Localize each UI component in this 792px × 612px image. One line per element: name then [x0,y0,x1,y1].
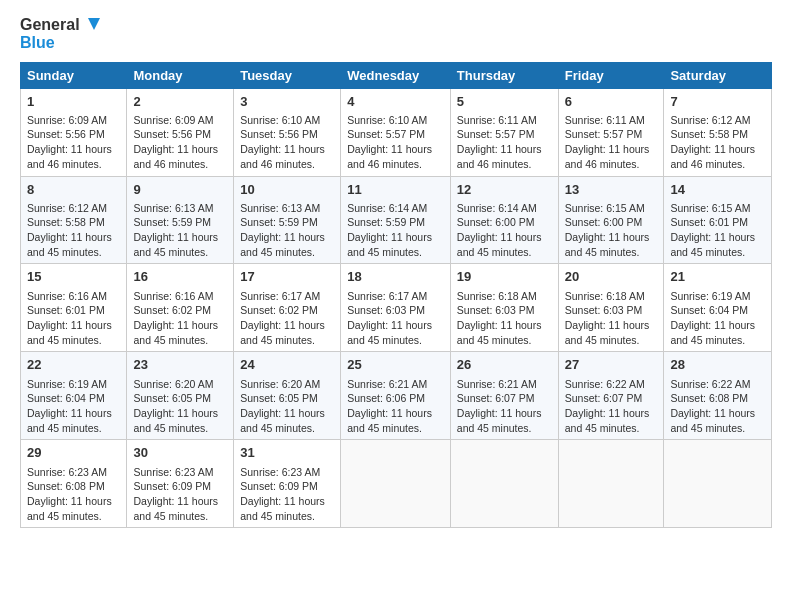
sunset-line: Sunset: 6:02 PM [240,304,318,316]
calendar-cell: 24Sunrise: 6:20 AMSunset: 6:05 PMDayligh… [234,352,341,440]
calendar-cell: 8Sunrise: 6:12 AMSunset: 5:58 PMDaylight… [21,176,127,264]
sunset-line: Sunset: 6:04 PM [670,304,748,316]
day-number: 3 [240,93,334,111]
daylight-line: Daylight: 11 hours and 45 minutes. [133,231,218,258]
daylight-line: Daylight: 11 hours and 46 minutes. [347,143,432,170]
sunset-line: Sunset: 6:05 PM [133,392,211,404]
col-header-monday: Monday [127,62,234,88]
calendar-cell [341,440,451,528]
daylight-line: Daylight: 11 hours and 45 minutes. [347,231,432,258]
calendar-cell: 10Sunrise: 6:13 AMSunset: 5:59 PMDayligh… [234,176,341,264]
sunset-line: Sunset: 6:05 PM [240,392,318,404]
sunset-line: Sunset: 5:57 PM [457,128,535,140]
day-number: 1 [27,93,120,111]
daylight-line: Daylight: 11 hours and 46 minutes. [133,143,218,170]
col-header-wednesday: Wednesday [341,62,451,88]
day-number: 31 [240,444,334,462]
day-number: 19 [457,268,552,286]
logo: General Blue [20,16,100,52]
day-number: 2 [133,93,227,111]
day-number: 7 [670,93,765,111]
sunrise-line: Sunrise: 6:23 AM [240,466,320,478]
calendar-cell: 21Sunrise: 6:19 AMSunset: 6:04 PMDayligh… [664,264,772,352]
day-number: 20 [565,268,658,286]
sunrise-line: Sunrise: 6:14 AM [347,202,427,214]
sunset-line: Sunset: 5:58 PM [670,128,748,140]
day-number: 15 [27,268,120,286]
sunset-line: Sunset: 6:09 PM [133,480,211,492]
calendar-cell: 28Sunrise: 6:22 AMSunset: 6:08 PMDayligh… [664,352,772,440]
calendar-cell: 20Sunrise: 6:18 AMSunset: 6:03 PMDayligh… [558,264,664,352]
day-number: 25 [347,356,444,374]
calendar-cell: 14Sunrise: 6:15 AMSunset: 6:01 PMDayligh… [664,176,772,264]
daylight-line: Daylight: 11 hours and 45 minutes. [457,407,542,434]
daylight-line: Daylight: 11 hours and 45 minutes. [670,407,755,434]
sunrise-line: Sunrise: 6:09 AM [133,114,213,126]
week-row-3: 15Sunrise: 6:16 AMSunset: 6:01 PMDayligh… [21,264,772,352]
col-header-sunday: Sunday [21,62,127,88]
page: General Blue SundayMondayTuesdayWednesda… [0,0,792,612]
sunrise-line: Sunrise: 6:16 AM [133,290,213,302]
daylight-line: Daylight: 11 hours and 45 minutes. [565,319,650,346]
week-row-4: 22Sunrise: 6:19 AMSunset: 6:04 PMDayligh… [21,352,772,440]
calendar-cell [558,440,664,528]
sunset-line: Sunset: 6:01 PM [27,304,105,316]
sunrise-line: Sunrise: 6:10 AM [240,114,320,126]
day-number: 18 [347,268,444,286]
daylight-line: Daylight: 11 hours and 45 minutes. [347,407,432,434]
sunrise-line: Sunrise: 6:22 AM [670,378,750,390]
calendar-cell: 30Sunrise: 6:23 AMSunset: 6:09 PMDayligh… [127,440,234,528]
day-number: 17 [240,268,334,286]
calendar-cell: 5Sunrise: 6:11 AMSunset: 5:57 PMDaylight… [450,88,558,176]
daylight-line: Daylight: 11 hours and 45 minutes. [240,231,325,258]
sunset-line: Sunset: 6:08 PM [27,480,105,492]
sunrise-line: Sunrise: 6:13 AM [240,202,320,214]
calendar-table: SundayMondayTuesdayWednesdayThursdayFrid… [20,62,772,529]
sunset-line: Sunset: 6:03 PM [565,304,643,316]
calendar-cell: 26Sunrise: 6:21 AMSunset: 6:07 PMDayligh… [450,352,558,440]
col-header-thursday: Thursday [450,62,558,88]
daylight-line: Daylight: 11 hours and 45 minutes. [457,319,542,346]
week-row-5: 29Sunrise: 6:23 AMSunset: 6:08 PMDayligh… [21,440,772,528]
sunrise-line: Sunrise: 6:12 AM [670,114,750,126]
daylight-line: Daylight: 11 hours and 45 minutes. [457,231,542,258]
calendar-cell: 25Sunrise: 6:21 AMSunset: 6:06 PMDayligh… [341,352,451,440]
day-number: 11 [347,181,444,199]
daylight-line: Daylight: 11 hours and 46 minutes. [240,143,325,170]
day-number: 5 [457,93,552,111]
calendar-cell: 23Sunrise: 6:20 AMSunset: 6:05 PMDayligh… [127,352,234,440]
sunset-line: Sunset: 6:00 PM [457,216,535,228]
daylight-line: Daylight: 11 hours and 45 minutes. [670,319,755,346]
daylight-line: Daylight: 11 hours and 46 minutes. [670,143,755,170]
sunrise-line: Sunrise: 6:21 AM [457,378,537,390]
calendar-cell: 18Sunrise: 6:17 AMSunset: 6:03 PMDayligh… [341,264,451,352]
daylight-line: Daylight: 11 hours and 45 minutes. [565,407,650,434]
sunrise-line: Sunrise: 6:15 AM [565,202,645,214]
sunset-line: Sunset: 5:59 PM [347,216,425,228]
sunrise-line: Sunrise: 6:22 AM [565,378,645,390]
day-number: 30 [133,444,227,462]
day-number: 8 [27,181,120,199]
week-row-1: 1Sunrise: 6:09 AMSunset: 5:56 PMDaylight… [21,88,772,176]
daylight-line: Daylight: 11 hours and 45 minutes. [670,231,755,258]
daylight-line: Daylight: 11 hours and 45 minutes. [27,495,112,522]
day-number: 4 [347,93,444,111]
calendar-cell [450,440,558,528]
sunset-line: Sunset: 6:02 PM [133,304,211,316]
daylight-line: Daylight: 11 hours and 45 minutes. [347,319,432,346]
sunrise-line: Sunrise: 6:12 AM [27,202,107,214]
sunset-line: Sunset: 5:57 PM [565,128,643,140]
sunrise-line: Sunrise: 6:14 AM [457,202,537,214]
daylight-line: Daylight: 11 hours and 45 minutes. [27,407,112,434]
daylight-line: Daylight: 11 hours and 45 minutes. [133,495,218,522]
day-number: 13 [565,181,658,199]
daylight-line: Daylight: 11 hours and 45 minutes. [565,231,650,258]
sunset-line: Sunset: 5:56 PM [27,128,105,140]
day-number: 9 [133,181,227,199]
sunrise-line: Sunrise: 6:11 AM [457,114,537,126]
calendar-cell: 16Sunrise: 6:16 AMSunset: 6:02 PMDayligh… [127,264,234,352]
calendar-cell: 27Sunrise: 6:22 AMSunset: 6:07 PMDayligh… [558,352,664,440]
sunrise-line: Sunrise: 6:11 AM [565,114,645,126]
logo-general: General [20,16,80,34]
sunrise-line: Sunrise: 6:16 AM [27,290,107,302]
